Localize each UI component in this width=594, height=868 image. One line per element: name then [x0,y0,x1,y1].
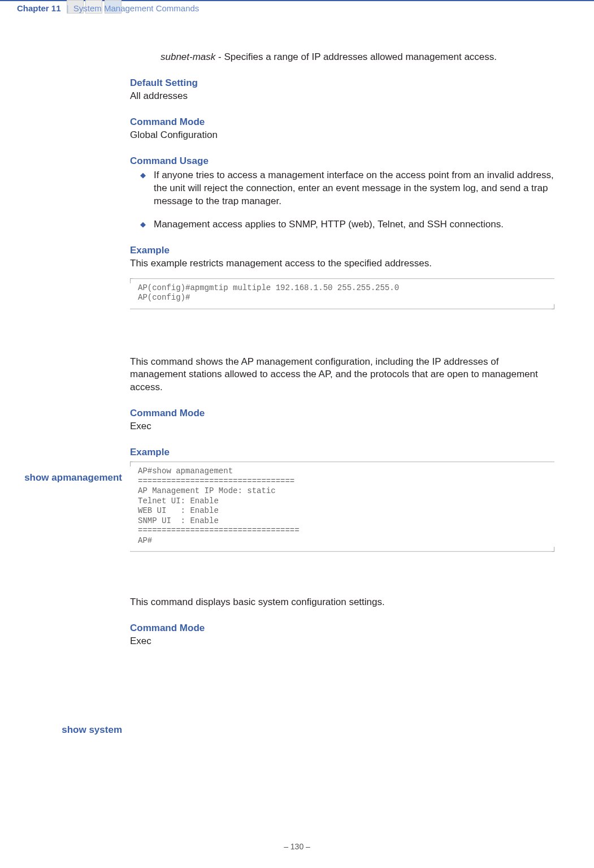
divider: | [63,3,71,13]
default-setting-value: All addresses [130,90,554,103]
usage-text: Management access applies to SNMP, HTTP … [154,218,554,231]
heading-command-mode: Command Mode [130,408,554,419]
param-desc: - Specifies a range of IP addresses allo… [215,51,497,62]
section-show-system: This command displays basic system confi… [130,596,554,648]
usage-text: If anyone tries to access a management i… [154,169,554,208]
code-example: AP#show apmanagement ===================… [130,461,554,552]
heading-command-mode: Command Mode [130,623,554,634]
usage-bullet: ◆ Management access applies to SNMP, HTT… [140,218,554,231]
command-mode-value: Exec [130,420,554,433]
heading-command-usage: Command Usage [130,156,554,167]
heading-example: Example [130,447,554,458]
diamond-icon: ◆ [140,218,146,231]
param-subnet-mask: subnet-mask - Specifies a range of IP ad… [161,51,554,64]
command-desc: This command shows the AP management con… [130,356,554,395]
chapter-name: System Management Commands [73,3,200,13]
example-desc: This example restricts management access… [130,257,554,270]
chapter-title: Chapter 11 | System Management Commands [17,3,199,13]
chapter-number: Chapter 11 [17,3,61,13]
command-desc: This command displays basic system confi… [130,596,554,609]
page-body: subnet-mask - Specifies a range of IP ad… [0,51,594,648]
heading-command-mode: Command Mode [130,116,554,128]
margin-label-show-apmanagement: show apmanagement [0,472,122,483]
page-header: Chapter 11 | System Management Commands [0,0,594,20]
section-show-apmanagement: This command shows the AP management con… [130,356,554,552]
command-mode-value: Global Configuration [130,129,554,142]
diamond-icon: ◆ [140,169,146,208]
code-example: AP(config)#apmgmtip multiple 192.168.1.5… [130,278,554,309]
heading-default-setting: Default Setting [130,77,554,89]
heading-example: Example [130,245,554,256]
page-number: – 130 – [0,842,594,851]
usage-bullet: ◆ If anyone tries to access a management… [140,169,554,208]
section-apmgmtip-continued: subnet-mask - Specifies a range of IP ad… [130,51,554,309]
command-mode-value: Exec [130,635,554,648]
param-name: subnet-mask [161,51,215,62]
margin-label-show-system: show system [0,724,122,736]
